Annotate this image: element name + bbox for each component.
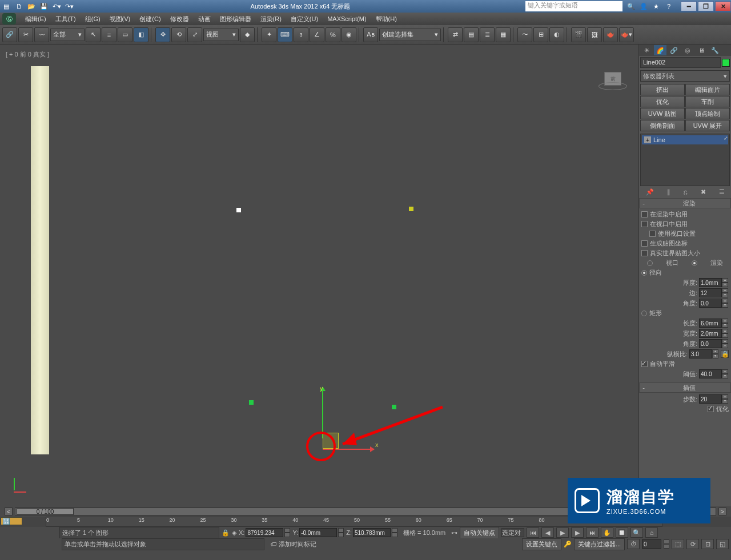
sel-lock-icon[interactable]: 🔢	[2, 518, 10, 525]
radial-radio[interactable]	[641, 270, 647, 276]
new-icon[interactable]: 🗋	[13, 1, 25, 12]
steps-spinner[interactable]: ▴▾	[699, 394, 729, 404]
mod-optimize-button[interactable]: 优化	[640, 96, 685, 107]
render-prod-icon[interactable]: 🫖	[603, 27, 618, 42]
pivot-center-icon[interactable]: ◆	[240, 27, 255, 42]
stack-scroll-icon[interactable]: ⤢	[724, 135, 728, 141]
spline-vertex[interactable]	[249, 400, 254, 405]
y-coord-input[interactable]: -0.0mm	[299, 528, 337, 537]
next-frame-button[interactable]: >	[718, 507, 726, 515]
percent-snap-icon[interactable]: %	[326, 27, 340, 42]
redo-icon[interactable]: ↷▾	[63, 1, 75, 12]
hierarchy-tab-icon[interactable]: 🔗	[668, 45, 680, 55]
close-button[interactable]: ✕	[715, 1, 731, 11]
aspect-lock-icon[interactable]: 🔒	[721, 350, 729, 358]
menu-tools[interactable]: 工具(T)	[51, 13, 81, 25]
unlink-icon[interactable]: ✂	[18, 27, 33, 42]
menu-modifiers[interactable]: 修改器	[166, 13, 194, 25]
goto-start-icon[interactable]: ⏮	[527, 527, 539, 538]
sides-spinner[interactable]: ▴▾	[699, 288, 729, 297]
enable-render-check[interactable]	[641, 211, 648, 217]
auto-smooth-check[interactable]	[641, 361, 648, 367]
save-icon[interactable]: 💾	[38, 1, 50, 12]
rotate-icon[interactable]: ⟲	[171, 27, 186, 42]
width-spinner[interactable]: ▴▾	[699, 329, 729, 338]
enable-viewport-check[interactable]	[641, 221, 648, 227]
angle-spinner[interactable]: ▴▾	[699, 299, 729, 308]
rollout-interpolation-header[interactable]: -插值	[639, 382, 731, 393]
app-logo-icon[interactable]: Ⓖ	[2, 13, 16, 25]
object-name-input[interactable]: Line002	[640, 57, 721, 68]
rollout-rendering-header[interactable]: -渲染	[639, 198, 731, 208]
stack-item-line[interactable]: +Line	[642, 135, 728, 144]
rect-radio[interactable]	[641, 311, 647, 316]
named-sel-sets-combo[interactable]: 创建选择集▾	[379, 29, 441, 41]
display-tab-icon[interactable]: 🖥	[695, 45, 708, 55]
window-crossing-icon[interactable]: ◧	[134, 27, 148, 42]
view-cube[interactable]: 前	[599, 72, 627, 100]
graphite-ribbon-icon[interactable]: ▦	[496, 27, 511, 42]
menu-help[interactable]: 帮助(H)	[371, 13, 401, 25]
material-editor-icon[interactable]: ◐	[549, 27, 564, 42]
zoom-extents-icon[interactable]: 🔲	[616, 527, 628, 538]
select-object-icon[interactable]: ↖	[86, 27, 101, 42]
set-key-button[interactable]: 设置关键点	[522, 538, 561, 550]
angle-snap-icon[interactable]: ∠	[310, 27, 324, 42]
maximize-button[interactable]: ❐	[698, 1, 714, 11]
menu-customize[interactable]: 自定义(U)	[286, 13, 323, 25]
max-viewport-icon[interactable]: ⊡	[701, 539, 714, 549]
menu-maxscript[interactable]: MAXScript(M)	[323, 14, 371, 24]
x-coord-input[interactable]: 87919.234	[246, 528, 283, 537]
zoom-icon[interactable]: 🔍	[630, 527, 643, 538]
object-color-swatch[interactable]	[722, 59, 730, 67]
mirror-icon[interactable]: ⇄	[448, 27, 463, 42]
edit-named-sel-icon[interactable]: Aʙ	[363, 27, 378, 42]
min-max-toggle-icon[interactable]: ◱	[716, 539, 729, 549]
menu-views[interactable]: 视图(V)	[105, 13, 135, 25]
menu-group[interactable]: 组(G)	[81, 13, 105, 25]
key-icon[interactable]: 🔑	[564, 541, 572, 548]
search-icon[interactable]: 🔍	[625, 1, 637, 12]
pin-stack-icon[interactable]: 📌	[646, 188, 654, 196]
mod-lathe-button[interactable]: 车削	[685, 96, 730, 107]
lock-selection-icon[interactable]: 🔒	[222, 529, 230, 537]
align-icon[interactable]: ▤	[464, 27, 479, 42]
open-icon[interactable]: 📂	[26, 1, 37, 12]
snap-toggle-icon[interactable]: 3	[294, 27, 308, 42]
key-mode-combo[interactable]: 选定对	[501, 528, 524, 537]
mod-vertexpaint-button[interactable]: 顶点绘制	[685, 108, 730, 119]
select-region-rect-icon[interactable]: ▭	[118, 27, 132, 42]
modify-tab-icon[interactable]: 🌈	[654, 45, 666, 55]
mode-render-radio[interactable]	[692, 260, 697, 266]
create-tab-icon[interactable]: ✳	[640, 45, 653, 55]
help-icon[interactable]: ?	[663, 1, 674, 12]
mod-editpatch-button[interactable]: 编辑面片	[685, 84, 730, 95]
help-search-input[interactable]: 键入关键字或短语	[525, 1, 622, 11]
menu-animation[interactable]: 动画	[194, 13, 215, 25]
show-end-result-icon[interactable]: ∥	[667, 188, 670, 196]
pan-view-icon[interactable]: ✋	[601, 527, 613, 538]
favorites-icon[interactable]: ★	[650, 1, 662, 12]
selection-filter-combo[interactable]: 全部▾	[50, 29, 85, 41]
layer-manager-icon[interactable]: ≣	[480, 27, 495, 42]
scale-icon[interactable]: ⤢	[187, 27, 202, 42]
select-by-name-icon[interactable]: ≡	[102, 27, 117, 42]
time-config-icon[interactable]: ⏱	[627, 539, 640, 549]
keyboard-shortcut-icon[interactable]: ⌨	[278, 27, 292, 42]
z-coord-input[interactable]: 510.783mm	[353, 528, 391, 537]
menu-edit[interactable]: 编辑(E)	[21, 13, 51, 25]
abs-rel-toggle-icon[interactable]: ◈	[232, 529, 236, 537]
angle2-spinner[interactable]: ▴▾	[699, 339, 729, 348]
next-key-icon[interactable]: ▶	[571, 527, 584, 538]
current-frame-input[interactable]: 0	[642, 539, 661, 549]
menu-create[interactable]: 创建(C)	[135, 13, 165, 25]
undo-icon[interactable]: ↶▾	[51, 1, 62, 12]
curve-editor-icon[interactable]: 〜	[517, 27, 532, 42]
goto-end-icon[interactable]: ⏭	[586, 527, 599, 538]
rendered-frame-icon[interactable]: 🖼	[587, 27, 602, 42]
configure-sets-icon[interactable]: ☰	[719, 188, 725, 196]
motion-tab-icon[interactable]: ◎	[681, 45, 694, 55]
spline-vertex[interactable]	[409, 207, 413, 211]
manipulate-icon[interactable]: ✦	[262, 27, 276, 42]
spline-vertex[interactable]	[236, 208, 241, 212]
